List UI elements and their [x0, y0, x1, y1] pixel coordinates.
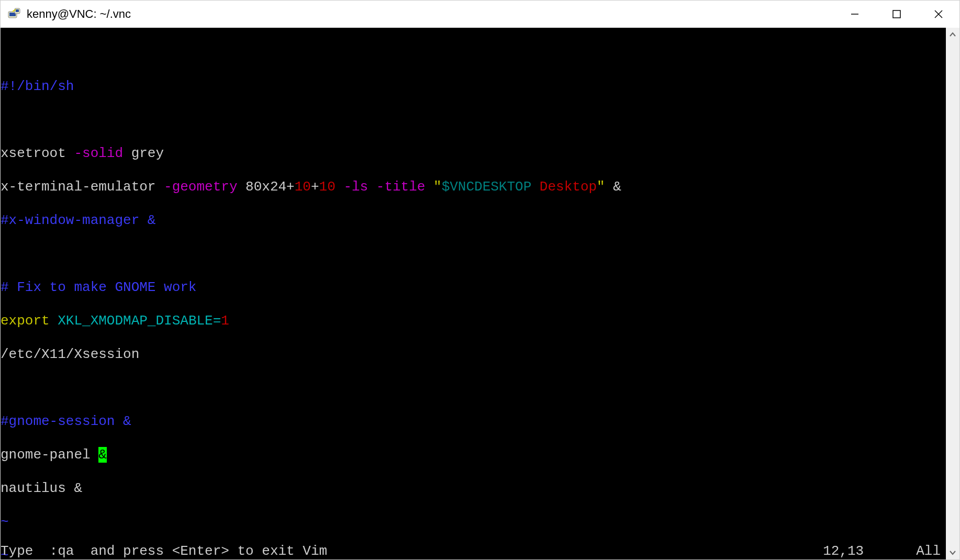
editor-line: #gnome-session &: [1, 413, 946, 430]
terminal-viewport[interactable]: #!/bin/sh xsetroot -solid grey x-termina…: [1, 28, 946, 559]
editor-line: export XKL_XMODMAP_DISABLE=1: [1, 312, 946, 329]
close-button[interactable]: [918, 1, 959, 28]
cursor: &: [98, 447, 107, 463]
editor-buffer: #!/bin/sh xsetroot -solid grey x-termina…: [1, 61, 946, 559]
shebang-path: /bin/sh: [17, 79, 74, 94]
editor-empty-line: ~: [1, 513, 946, 530]
vim-statusbar: Type :qa and press <Enter> to exit Vim 1…: [1, 543, 946, 559]
app-window: kenny@VNC: ~/.vnc #!/bin/sh xsetroot -so…: [0, 0, 960, 560]
editor-line: #!/bin/sh: [1, 78, 946, 95]
editor-line: #x-window-manager &: [1, 212, 946, 229]
editor-line: [1, 245, 946, 262]
svg-rect-3: [16, 9, 19, 12]
editor-line: [1, 111, 946, 128]
editor-line: x-terminal-emulator -geometry 80x24+10+1…: [1, 178, 946, 195]
cursor-position: 12,13: [823, 543, 864, 559]
vertical-scrollbar[interactable]: [946, 28, 959, 559]
editor-line: nautilus &: [1, 480, 946, 497]
editor-line: xsetroot -solid grey: [1, 145, 946, 162]
svg-rect-5: [893, 10, 900, 18]
editor-line: [1, 379, 946, 396]
scroll-down-arrow[interactable]: [946, 546, 959, 559]
editor-line: /etc/X11/Xsession: [1, 346, 946, 363]
minimize-button[interactable]: [834, 1, 876, 28]
maximize-button[interactable]: [876, 1, 918, 28]
body-row: #!/bin/sh xsetroot -solid grey x-termina…: [1, 28, 959, 559]
window-title: kenny@VNC: ~/.vnc: [27, 7, 131, 21]
scroll-up-arrow[interactable]: [946, 28, 959, 41]
shebang-hash: #!: [1, 79, 17, 94]
titlebar[interactable]: kenny@VNC: ~/.vnc: [1, 1, 959, 28]
putty-icon: [7, 7, 21, 21]
status-message: Type :qa and press <Enter> to exit Vim: [1, 543, 327, 559]
editor-line: # Fix to make GNOME work: [1, 279, 946, 296]
scroll-percent: All: [916, 543, 941, 559]
editor-line: gnome-panel &: [1, 446, 946, 463]
